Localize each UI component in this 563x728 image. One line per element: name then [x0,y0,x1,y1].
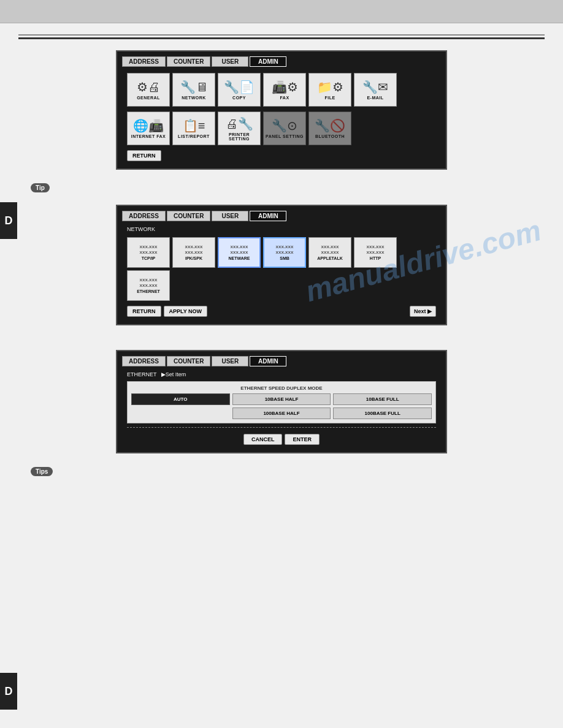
network-tcpip[interactable]: xxx.xxxxxx.xxx TCP/IP [127,237,170,268]
screen2-next-btn[interactable]: Next ▶ [410,306,436,317]
tips2-box: Tips [31,466,545,476]
screen2-tab-counter[interactable]: COUNTER [167,211,210,221]
icon-printer-setting[interactable]: 🖨🔧 PRINTER SETTING [218,112,261,145]
icon-bluetooth[interactable]: 🔧🚫 BLUETOOTH [308,112,351,145]
screen3-tab-row: ADDRESS COUNTER USER ADMIN [122,356,441,366]
screen1: ADDRESS COUNTER USER ADMIN ⚙🖨 GENERAL 🔧🖥… [116,50,447,170]
tips2-label: Tips [31,467,53,476]
screen3: ADDRESS COUNTER USER ADMIN ETHERNET ▶Set… [116,350,447,453]
icon-network[interactable]: 🔧🖥 NETWORK [172,73,215,107]
screen3-wrapper: ADDRESS COUNTER USER ADMIN ETHERNET ▶Set… [0,344,563,460]
screen1-bottom-row: RETURN [122,148,441,164]
screen1-tab-row: ADDRESS COUNTER USER ADMIN [122,56,441,67]
icon-general[interactable]: ⚙🖨 GENERAL [127,73,170,107]
screen3-tab-address[interactable]: ADDRESS [122,356,166,366]
speed-mode-label: ETHERNET SPEED DUPLEX MODE [131,385,432,391]
top-bar [0,0,563,23]
tab-user[interactable]: USER [212,56,248,67]
icon-file[interactable]: 📁⚙ FILE [308,73,351,107]
spacer1 [0,332,563,344]
screen3-divider [127,427,436,428]
tab-address[interactable]: ADDRESS [122,56,166,67]
network-smb[interactable]: xxx.xxxxxx.xxx SMB [263,237,306,268]
icon-internet-fax[interactable]: 🌐📠 INTERNET FAX [127,112,170,145]
side-tab-d: D [0,202,17,239]
speed-section: ETHERNET SPEED DUPLEX MODE AUTO 10BASE H… [127,381,436,423]
screen1-return-btn[interactable]: RETURN [127,150,161,161]
screen2-tab-row: ADDRESS COUNTER USER ADMIN [122,211,441,221]
screen3-cancel-btn[interactable]: CANCEL [243,434,283,445]
screen2-wrapper: ADDRESS COUNTER USER ADMIN NETWORK xxx.x… [0,199,563,332]
screen3-tab-counter[interactable]: COUNTER [167,356,210,366]
icon-email[interactable]: 🔧✉ E-MAIL [354,73,397,107]
tip1-label: Tip [31,183,50,192]
network-item-grid: xxx.xxxxxx.xxx TCP/IP xxx.xxxxxx.xxx IPK… [122,235,441,303]
network-appletalk[interactable]: xxx.xxxxxx.xxx APPLETALK [308,237,351,268]
section-divider [18,34,545,39]
screen1-wrapper: ADDRESS COUNTER USER ADMIN ⚙🖨 GENERAL 🔧🖥… [0,44,563,176]
side-tab-d-bottom: D [0,673,17,710]
cancel-enter-row: CANCEL ENTER [122,431,441,447]
screen3-tab-admin[interactable]: ADMIN [250,356,286,366]
screen2-apply-btn[interactable]: APPLY NOW [164,306,208,317]
tab-admin[interactable]: ADMIN [250,56,286,67]
screen2: ADDRESS COUNTER USER ADMIN NETWORK xxx.x… [116,205,447,325]
icon-panel-setting[interactable]: 🔧⊙ PANEL SETTING [263,112,306,145]
screen2-section-label: NETWORK [122,225,441,233]
speed-10base-full-btn[interactable]: 10BASE FULL [333,393,432,405]
screen2-tab-admin[interactable]: ADMIN [250,211,286,221]
screen2-tab-address[interactable]: ADDRESS [122,211,166,221]
screen2-left-btns: RETURN APPLY NOW [127,306,207,317]
network-netware[interactable]: xxx.xxxxxx.xxx NETWARE [218,237,261,268]
screen2-return-btn[interactable]: RETURN [127,306,161,317]
screen3-tab-user[interactable]: USER [212,356,248,366]
screen2-action-row: RETURN APPLY NOW Next ▶ [122,303,441,319]
tip1-box: Tip [31,182,545,192]
network-http[interactable]: xxx.xxxxxx.xxx HTTP [354,237,397,268]
screen3-ethernet-label: ETHERNET ▶Set Item [122,370,441,379]
speed-buttons-grid: AUTO 10BASE HALF 10BASE FULL 100BASE HAL… [131,393,432,419]
screen2-tab-user[interactable]: USER [212,211,248,221]
speed-100base-full-btn[interactable]: 100BASE FULL [333,408,432,419]
speed-100base-half-btn[interactable]: 100BASE HALF [232,408,331,419]
speed-auto-btn[interactable]: AUTO [131,393,230,405]
screen3-enter-btn[interactable]: ENTER [285,434,320,445]
admin-icon-grid-row2: 🌐📠 INTERNET FAX 📋≡ LIST/REPORT 🖨🔧 PRINTE… [122,109,441,148]
icon-list-report[interactable]: 📋≡ LIST/REPORT [172,112,215,145]
network-ethernet[interactable]: xxx.xxxxxx.xxx ETHERNET [127,270,170,301]
icon-fax[interactable]: 📠⚙ FAX [263,73,306,107]
tab-counter[interactable]: COUNTER [167,56,210,67]
speed-10base-half-btn[interactable]: 10BASE HALF [232,393,331,405]
admin-icon-grid: ⚙🖨 GENERAL 🔧🖥 NETWORK 🔧📄 COPY 📠⚙ FAX 📁⚙ … [122,70,441,109]
network-ipkspk[interactable]: xxx.xxxxxx.xxx IPK/SPK [172,237,215,268]
icon-copy[interactable]: 🔧📄 COPY [218,73,261,107]
